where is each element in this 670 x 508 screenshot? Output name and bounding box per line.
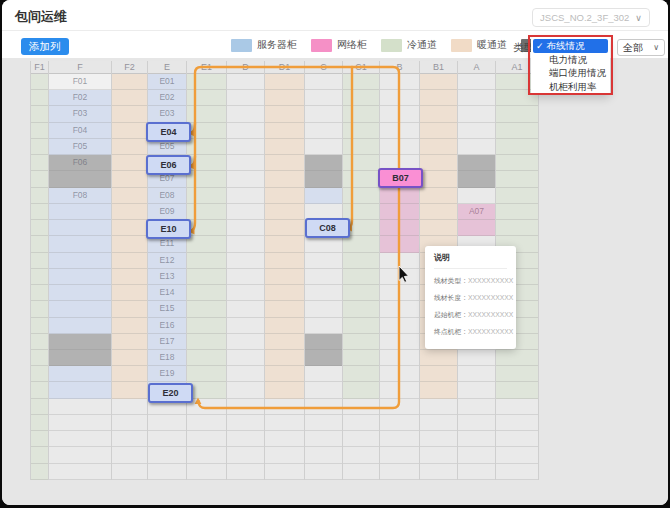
cabinet-box-e06[interactable]: E06	[146, 155, 191, 175]
grid-cell	[265, 366, 304, 382]
grid-cell	[148, 431, 186, 447]
grid-cell	[112, 220, 147, 236]
grid-cell	[112, 350, 147, 366]
grid-cell	[496, 366, 538, 382]
tooltip-row-value: XXXXXXXXXX	[468, 277, 513, 284]
filter-select-dropdown[interactable]: 全部 ∨	[617, 39, 665, 56]
grid-cell	[420, 431, 457, 447]
cabinet-box-c08[interactable]: C08	[305, 218, 350, 238]
grid-cell	[458, 399, 495, 415]
grid-cell	[227, 123, 264, 139]
grid-cell	[458, 123, 495, 139]
grid-cell: F01	[49, 74, 111, 90]
grid-cell	[265, 139, 304, 155]
grid-cell	[458, 74, 495, 90]
menu-item-option[interactable]: 端口使用情况	[533, 66, 608, 80]
grid-cell	[187, 447, 226, 463]
grid-cell	[31, 188, 48, 204]
grid-cell	[265, 415, 304, 431]
grid-cell	[187, 350, 226, 366]
grid-cell: E12	[148, 253, 186, 269]
grid-cell	[343, 366, 379, 382]
grid-cell	[380, 188, 419, 204]
grid-cell: E01	[148, 74, 186, 90]
grid-cell	[496, 155, 538, 171]
legend-item-warm-aisle: 暖通道	[451, 38, 507, 52]
grid-cell	[49, 253, 111, 269]
grid-cell	[265, 334, 304, 350]
grid-cell	[187, 220, 226, 236]
grid-cell	[305, 269, 342, 285]
grid-cell: E19	[148, 366, 186, 382]
grid-cell	[112, 74, 147, 90]
grid-cell	[343, 431, 379, 447]
menu-item-option[interactable]: 电力情况	[533, 53, 608, 67]
grid-column-header: A	[458, 61, 495, 74]
grid-cell	[112, 382, 147, 398]
grid-cell	[380, 106, 419, 122]
grid-cell	[305, 171, 342, 187]
grid-cell	[227, 253, 264, 269]
add-column-button[interactable]: 添加列	[21, 38, 69, 55]
grid-cell	[187, 155, 226, 171]
grid-cell: F06	[49, 155, 111, 171]
grid-cell	[343, 447, 379, 463]
tooltip-row: 终点机柜：XXXXXXXXXX	[434, 327, 507, 337]
grid-cell	[187, 334, 226, 350]
grid-cell	[227, 106, 264, 122]
grid-cell	[343, 334, 379, 350]
grid-cell	[112, 123, 147, 139]
grid-cell	[227, 139, 264, 155]
grid-cell	[49, 431, 111, 447]
cabinet-box-e04[interactable]: E04	[146, 122, 191, 142]
grid-cell	[112, 464, 147, 480]
grid-cell	[380, 431, 419, 447]
grid-cell	[227, 285, 264, 301]
grid-cell	[265, 350, 304, 366]
grid-cell: F08	[49, 188, 111, 204]
grid-cell	[49, 220, 111, 236]
grid-cell	[187, 301, 226, 317]
grid-cell	[305, 74, 342, 90]
room-select-dropdown[interactable]: JSCS_NO.2_3F_302 ∨	[532, 8, 650, 27]
grid-cell	[49, 447, 111, 463]
grid-column: C	[305, 61, 343, 480]
grid-cell	[31, 155, 48, 171]
grid-cell	[112, 155, 147, 171]
legend-label: 冷通道	[407, 38, 437, 52]
grid-cell	[227, 90, 264, 106]
grid-cell	[265, 447, 304, 463]
cabinet-box-e10[interactable]: E10	[146, 219, 191, 239]
grid-cell	[227, 155, 264, 171]
legend-item-server-rack: 服务器柜	[231, 38, 297, 52]
cabinet-box-e20[interactable]: E20	[148, 383, 193, 403]
cabinet-box-b07[interactable]: B07	[378, 168, 423, 188]
grid-cell	[31, 236, 48, 252]
grid-cell	[343, 171, 379, 187]
grid-cell	[496, 415, 538, 431]
grid-cell	[343, 301, 379, 317]
grid-cell	[343, 74, 379, 90]
menu-item-selected[interactable]: ✓布线情况	[533, 39, 608, 53]
grid-cell: E13	[148, 269, 186, 285]
grid-cell	[380, 253, 419, 269]
grid-cell: E18	[148, 350, 186, 366]
grid-cell	[458, 188, 495, 204]
menu-item-label: 机柜利用率	[549, 81, 597, 92]
grid-cell	[49, 171, 111, 187]
grid-cell	[305, 106, 342, 122]
grid-cell	[112, 90, 147, 106]
grid-cell	[380, 269, 419, 285]
grid-cell	[49, 318, 111, 334]
grid-cell	[380, 447, 419, 463]
grid-cell	[420, 382, 457, 398]
grid-cell	[31, 253, 48, 269]
grid-cell	[112, 204, 147, 220]
grid-cell	[148, 447, 186, 463]
grid-cell	[380, 382, 419, 398]
menu-item-option[interactable]: 机柜利用率	[533, 80, 608, 94]
grid-cell	[380, 204, 419, 220]
grid-cell	[31, 334, 48, 350]
grid-cell	[380, 399, 419, 415]
grid-cell	[496, 464, 538, 480]
